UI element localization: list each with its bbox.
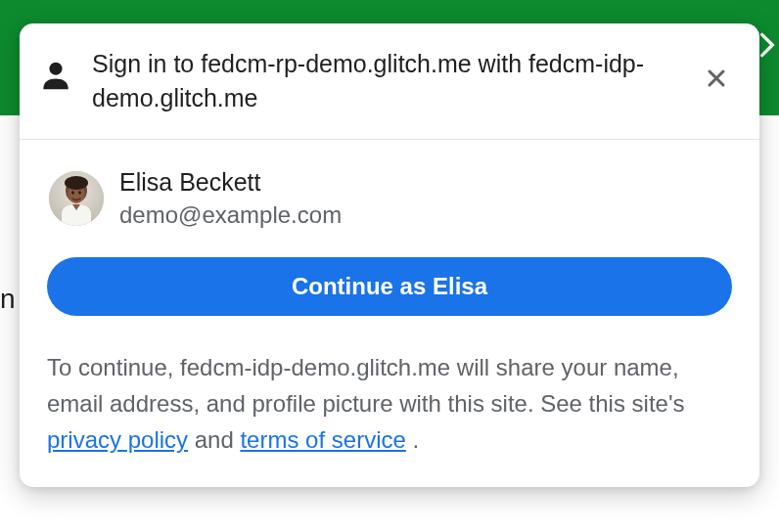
account-row[interactable]: Elisa Beckett demo@example.com: [47, 169, 732, 228]
svg-point-5: [78, 191, 81, 194]
account-info: Elisa Beckett demo@example.com: [119, 169, 342, 228]
svg-point-4: [71, 191, 74, 194]
account-name: Elisa Beckett: [119, 169, 342, 197]
disclosure-connector: and: [195, 426, 241, 453]
background-text-fragment: n: [0, 284, 16, 315]
chevron-right-icon: [759, 31, 775, 59]
continue-button[interactable]: Continue as Elisa: [47, 257, 732, 316]
close-icon: [705, 66, 728, 90]
account-email: demo@example.com: [119, 202, 342, 228]
svg-point-0: [49, 63, 62, 75]
terms-of-service-link[interactable]: terms of service: [240, 426, 405, 453]
disclosure-prefix: To continue, fedcm-idp-demo.glitch.me wi…: [47, 354, 685, 417]
avatar: [49, 171, 104, 226]
svg-point-6: [65, 176, 88, 190]
close-button[interactable]: [699, 61, 734, 96]
privacy-policy-link[interactable]: privacy policy: [47, 426, 188, 453]
dialog-body: Elisa Beckett demo@example.com Continue …: [20, 140, 759, 487]
dialog-header: Sign in to fedcm-rp-demo.glitch.me with …: [20, 23, 759, 140]
person-icon: [39, 59, 72, 92]
disclosure-suffix: .: [412, 426, 419, 453]
fedcm-signin-dialog: Sign in to fedcm-rp-demo.glitch.me with …: [20, 23, 759, 487]
dialog-title: Sign in to fedcm-rp-demo.glitch.me with …: [92, 47, 679, 115]
disclosure-text: To continue, fedcm-idp-demo.glitch.me wi…: [47, 349, 732, 459]
